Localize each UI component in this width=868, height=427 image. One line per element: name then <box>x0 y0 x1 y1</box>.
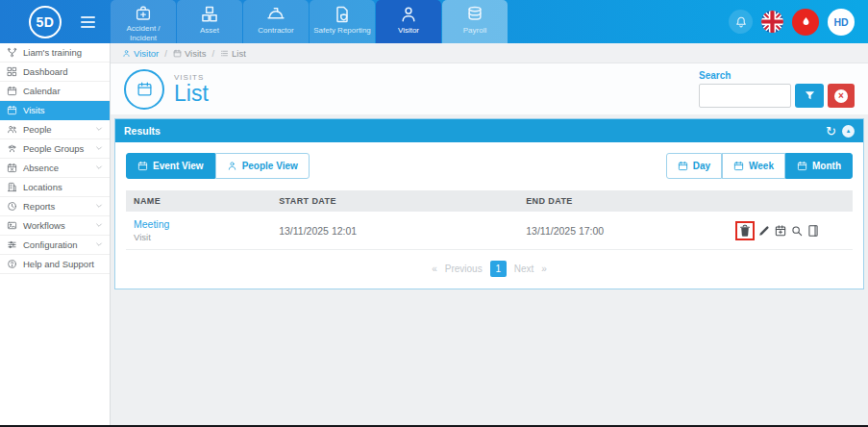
breadcrumb-separator: / <box>211 48 214 59</box>
module-nav: Accident / Incident Asset Contractor Saf… <box>111 0 508 43</box>
funnel-icon <box>804 89 816 102</box>
week-button[interactable]: Week <box>722 153 785 179</box>
sidebar-item-people[interactable]: People <box>0 120 110 139</box>
event-view-button[interactable]: Event View <box>126 153 215 179</box>
sidebar-label: Workflows <box>23 220 65 231</box>
breadcrumb-list[interactable]: List <box>220 48 246 59</box>
sidebar-item-configuration[interactable]: Configuration <box>0 236 110 255</box>
sidebar-item-visits[interactable]: Visits <box>0 101 110 120</box>
view-details-button[interactable] <box>790 224 804 238</box>
logo-5d: 5D <box>29 6 62 38</box>
breadcrumb-visits[interactable]: Visits <box>173 48 207 59</box>
visit-type: Visit <box>134 232 263 242</box>
hard-hat-icon <box>266 5 285 24</box>
page-1-button[interactable]: 1 <box>490 261 507 277</box>
people-view-button[interactable]: People View <box>215 153 310 179</box>
add-to-calendar-button[interactable] <box>774 224 787 238</box>
person-icon <box>227 161 237 171</box>
module-label: Accident / Incident <box>111 24 176 43</box>
dashboard-grid-icon <box>7 66 17 77</box>
sidebar: Liam's training Dashboard Calendar Visit… <box>0 43 111 425</box>
sidebar-label: Help and Support <box>23 259 94 269</box>
topbar: 5D Accident / Incident Asset Contractor <box>0 0 868 43</box>
module-visitor[interactable]: Visitor <box>376 0 441 43</box>
module-contractor[interactable]: Contractor <box>243 0 309 43</box>
breadcrumb-visitor[interactable]: Visitor <box>122 48 159 59</box>
brand-logo: 5D <box>0 0 75 43</box>
page-title: List <box>174 83 209 105</box>
calendar-icon <box>7 105 17 115</box>
sidebar-item-locations[interactable]: Locations <box>0 178 110 197</box>
person-icon <box>122 49 131 58</box>
next-button[interactable]: Next <box>514 264 534 274</box>
sidebar-item-liams-training[interactable]: Liam's training <box>0 43 110 63</box>
open-panel-button[interactable] <box>806 224 820 238</box>
magnifier-icon <box>790 224 804 238</box>
calendar-icon <box>137 161 148 171</box>
edit-button[interactable] <box>757 224 771 238</box>
col-header-actions <box>744 190 853 212</box>
calendar-icon <box>678 161 688 171</box>
search-input[interactable] <box>699 84 791 108</box>
breadcrumb: Visitor / Visits / List <box>111 43 868 63</box>
sidebar-label: People Groups <box>23 143 84 154</box>
calendar-icon <box>7 86 17 96</box>
medical-bag-icon <box>134 5 153 22</box>
calendar-plus-icon <box>774 224 787 238</box>
collapse-panel-icon[interactable]: ▴ <box>842 125 855 138</box>
refresh-icon[interactable]: ↻ <box>826 125 836 138</box>
sidebar-item-absence[interactable]: Absence <box>0 159 110 178</box>
sidebar-item-dashboard[interactable]: Dashboard <box>0 63 110 82</box>
module-asset[interactable]: Asset <box>177 0 242 43</box>
visits-table: NAME START DATE END DATE Meeting <box>126 190 853 250</box>
droplet-icon <box>800 15 812 28</box>
topbar-right-cluster: HD <box>729 0 868 43</box>
pagination: « Previous 1 Next » <box>126 261 853 277</box>
filter-button[interactable] <box>795 84 824 108</box>
visit-name-link[interactable]: Meeting <box>134 218 263 230</box>
trash-icon <box>738 224 752 238</box>
sidebar-label: Absence <box>23 163 59 173</box>
calendar-x-icon <box>7 163 17 173</box>
notifications-button[interactable] <box>729 10 753 34</box>
module-label: Safety Reporting <box>311 26 373 36</box>
results-panel-header: Results ↻ ▴ <box>115 119 863 142</box>
sidebar-label: People <box>23 124 52 135</box>
clear-search-button[interactable]: × <box>828 84 855 108</box>
bell-icon <box>734 15 748 29</box>
language-flag-button[interactable] <box>761 11 783 33</box>
col-header-end-date: END DATE <box>518 190 743 212</box>
module-label: Contractor <box>256 26 295 36</box>
day-button[interactable]: Day <box>666 153 722 179</box>
sidebar-label: Visits <box>23 105 45 115</box>
building-icon <box>7 182 17 192</box>
chevron-down-icon <box>95 163 103 173</box>
month-button[interactable]: Month <box>785 153 853 179</box>
delete-button[interactable] <box>738 224 752 238</box>
list-icon <box>220 49 229 58</box>
sidebar-item-people-groups[interactable]: People Groups <box>0 139 110 159</box>
module-safety-reporting[interactable]: Safety Reporting <box>310 0 375 43</box>
sidebar-label: Locations <box>23 182 62 192</box>
sidebar-item-workflows[interactable]: Workflows <box>0 216 110 236</box>
sidebar-label: Reports <box>23 201 55 212</box>
user-avatar[interactable]: HD <box>828 9 855 36</box>
col-header-start-date: START DATE <box>271 190 518 212</box>
sliders-icon <box>7 239 17 250</box>
hamburger-menu-icon[interactable] <box>75 0 111 43</box>
sidebar-item-help-and-support[interactable]: Help and Support <box>0 255 110 274</box>
prev-arrow[interactable]: « <box>432 264 437 274</box>
main-content: Visitor / Visits / List VISITS <box>111 43 868 425</box>
module-label: Payroll <box>461 26 488 36</box>
sidebar-item-calendar[interactable]: Calendar <box>0 82 110 101</box>
start-date-cell: 13/11/2025 12:01 <box>271 212 518 250</box>
previous-button[interactable]: Previous <box>445 264 483 274</box>
range-toggle-group: Day Week Month <box>666 153 853 179</box>
next-arrow[interactable]: » <box>541 264 547 274</box>
alert-button[interactable] <box>792 9 819 36</box>
sidebar-item-reports[interactable]: Reports <box>0 197 110 216</box>
clear-icon: × <box>834 89 848 103</box>
asset-boxes-icon <box>200 5 219 24</box>
module-payroll[interactable]: Payroll <box>442 0 508 43</box>
module-accident-incident[interactable]: Accident / Incident <box>111 0 176 43</box>
